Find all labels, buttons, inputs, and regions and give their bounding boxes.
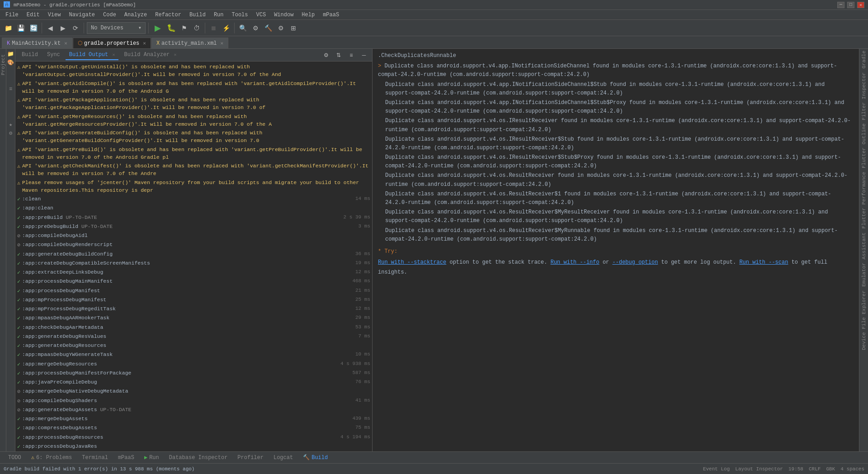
menu-mpaas[interactable]: mPaaS: [319, 11, 343, 19]
profile-button[interactable]: ⏱: [191, 23, 202, 33]
emulator-label[interactable]: Emulator: [859, 261, 868, 289]
file-tab-activity-main[interactable]: X activity_main.xml ✕: [151, 38, 228, 48]
layout-inspector-btn[interactable]: Layout Inspector: [735, 466, 783, 472]
file-tab-gradle-properties[interactable]: ⬡ gradle.properties ✕: [73, 38, 151, 48]
encoding-selector[interactable]: GBK: [826, 466, 835, 472]
flutter-perf-label[interactable]: Flutter Performance: [859, 170, 868, 230]
filter-inspector-label[interactable]: Filter Inspector: [859, 71, 868, 122]
menu-run[interactable]: Run: [210, 11, 227, 19]
toolbar-forward-btn[interactable]: ▶: [57, 23, 68, 33]
run-button[interactable]: ▶: [151, 23, 164, 33]
menu-view[interactable]: View: [44, 11, 65, 19]
toolbar-recent-btn[interactable]: ⟳: [70, 23, 81, 33]
tab-todo[interactable]: TODO: [4, 454, 26, 462]
run-debug-link[interactable]: --debug option: [613, 259, 658, 265]
menu-build[interactable]: Build: [186, 11, 209, 19]
left-panel-strip: Project: [0, 49, 6, 451]
tab-close-xml[interactable]: ✕: [221, 40, 224, 46]
file-tab-mainactivity[interactable]: K MainActivity.kt ✕: [2, 38, 72, 48]
tab-build-bottom[interactable]: 🔨 Build: [298, 453, 332, 462]
menu-tools[interactable]: Tools: [228, 11, 252, 19]
tab-build[interactable]: Build: [18, 50, 42, 60]
run-info-link[interactable]: Run with --info: [551, 259, 599, 265]
minimize-button[interactable]: ─: [837, 2, 844, 8]
sidebar-project-icon[interactable]: 📁: [7, 51, 14, 57]
event-log-btn[interactable]: Event Log: [703, 466, 730, 472]
build-menu-btn[interactable]: 🔨: [263, 23, 274, 33]
run-scan-link[interactable]: Run with --scan: [739, 259, 788, 265]
build-settings-btn[interactable]: ⚙: [321, 50, 331, 61]
task-process-resources: ✓ :app:processDebugResources 4 s 194 ms: [15, 433, 372, 442]
tab-database-inspector[interactable]: Database Inspector: [165, 454, 232, 462]
toolbar-save-btn[interactable]: 💾: [15, 23, 26, 33]
menu-edit[interactable]: Edit: [23, 11, 43, 19]
ok-icon: ✓: [17, 351, 20, 359]
menu-navigate[interactable]: Navigate: [65, 11, 99, 19]
tab-build-output[interactable]: Build Output ✕: [66, 50, 119, 60]
sidebar-structure-icon[interactable]: ≡: [9, 86, 12, 92]
dup-line-2: Duplicate class android.support.v4.app.I…: [385, 81, 854, 98]
device-file-explorer-label[interactable]: Device File Explorer: [859, 289, 868, 352]
toolbar-open-btn[interactable]: 📁: [3, 23, 14, 33]
toolbar-back-btn[interactable]: ◀: [45, 23, 56, 33]
toolbar-sep4: [205, 23, 205, 33]
ok-icon: ✓: [17, 278, 20, 285]
terminal-tool-btn[interactable]: ⊞: [288, 23, 299, 33]
build-output-content[interactable]: ⚠ API 'variantOutput.getUninstall()' is …: [15, 62, 372, 451]
flutter-outline-label[interactable]: Flutter Outline: [859, 122, 868, 170]
toolbar-sync-btn[interactable]: 🔄: [28, 23, 39, 33]
tab-close-gradle[interactable]: ✕: [143, 40, 146, 46]
build-sort-btn[interactable]: ⇅: [333, 50, 344, 61]
debug-button[interactable]: 🐛: [166, 23, 177, 33]
task-prebuild: ✓ :app:preBuild UP-TO-DATE 2 s 39 ms: [15, 213, 372, 222]
sidebar-resource-icon[interactable]: 🎨: [7, 59, 14, 66]
close-button[interactable]: ✕: [857, 2, 864, 8]
tab-profiler[interactable]: Profiler: [233, 454, 268, 462]
coverage-button[interactable]: ⚑: [179, 23, 189, 33]
build-output-tab-close[interactable]: ✕: [112, 52, 115, 57]
stop-button[interactable]: ⏹: [208, 23, 219, 33]
build-filter-btn[interactable]: ≡: [346, 50, 357, 61]
try-block: * Try:: [378, 247, 854, 256]
menu-file[interactable]: File: [2, 11, 22, 19]
build-analyzer-tab-close[interactable]: ✕: [174, 52, 177, 57]
tab-terminal[interactable]: Terminal: [77, 454, 113, 462]
build-warning-7: ⚠ API 'variant.getCheckManifest()' is ob…: [15, 161, 372, 178]
sidebar-buildvar-icon[interactable]: ⚙: [9, 130, 12, 137]
gradle-panel-label[interactable]: Gradle: [859, 49, 868, 71]
build-close-btn[interactable]: ─: [359, 50, 369, 61]
task-mainmanifest: ✓ :app:processDebugMainManifest 468 ms: [15, 277, 372, 286]
run-stacktrace-link[interactable]: Run with --stacktrace: [378, 259, 446, 265]
right-panel-content[interactable]: .CheckDuplicatesRunnable > Duplicate cla…: [373, 49, 859, 451]
tab-build-analyzer[interactable]: Build Analyzer ✕: [120, 50, 180, 60]
device-selector[interactable]: No Devices ▾: [87, 22, 146, 34]
tab-close-mainactivity[interactable]: ✕: [64, 40, 67, 46]
menu-refactor[interactable]: Refactor: [151, 11, 185, 19]
restore-button[interactable]: □: [847, 2, 854, 8]
search-btn[interactable]: 🔍: [237, 23, 248, 33]
todo-label: TODO: [8, 455, 21, 461]
build-warning-6: ⚠ API 'variant.getPreBuild()' is obsolet…: [15, 145, 372, 162]
menu-window[interactable]: Window: [270, 11, 297, 19]
crlf-selector[interactable]: CRLF: [809, 466, 821, 472]
tab-run[interactable]: ▶ Run: [140, 453, 164, 462]
menu-analyze[interactable]: Analyze: [121, 11, 151, 19]
assistant-label[interactable]: Assistant: [859, 231, 868, 261]
tab-sync[interactable]: Sync: [43, 50, 64, 60]
tab-label-xml: activity_main.xml: [161, 40, 217, 47]
menu-help[interactable]: Help: [298, 11, 318, 19]
error-header-line: .CheckDuplicatesRunnable: [378, 52, 854, 60]
task-regedit: ✓ :app:mpProcessDebugRegeditTask 12 ms: [15, 304, 372, 313]
settings-btn[interactable]: ⚙: [250, 23, 261, 33]
project-panel-label[interactable]: Project: [0, 52, 8, 77]
indent-selector[interactable]: 4 spaces: [840, 466, 864, 472]
tab-problems[interactable]: ⚠ 6: Problems: [27, 453, 76, 462]
sidebar-fav-icon[interactable]: ★: [9, 121, 12, 128]
menu-vcs[interactable]: VCS: [253, 11, 270, 19]
tab-mpaas[interactable]: mPaaS: [113, 454, 139, 462]
gradle-btn[interactable]: ⚙: [275, 23, 286, 33]
sync-project-btn[interactable]: ⚡: [221, 23, 231, 33]
menu-code[interactable]: Code: [99, 11, 120, 19]
app-icon: 🅰: [4, 1, 10, 9]
tab-logcat[interactable]: Logcat: [269, 454, 297, 462]
